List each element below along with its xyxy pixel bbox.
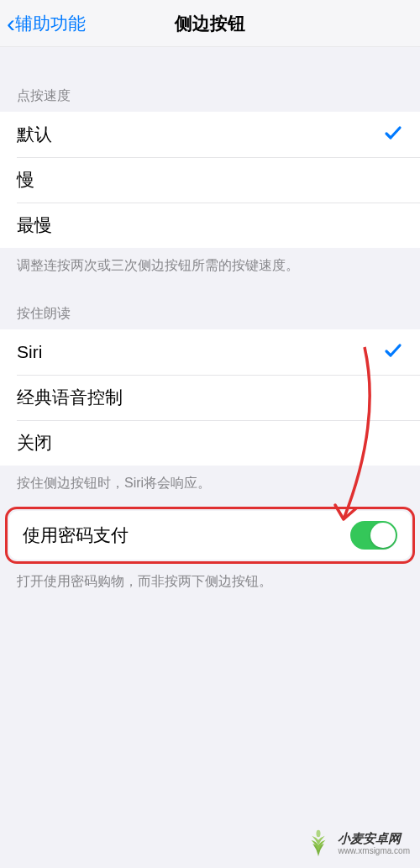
option-slow[interactable]: 慢 [0,157,420,203]
option-label: Siri [17,342,42,362]
option-off[interactable]: 关闭 [0,420,420,466]
option-slowest[interactable]: 最慢 [0,203,420,248]
page-title: 侧边按钮 [175,12,245,35]
chevron-left-icon: ‹ [7,11,15,36]
option-label: 经典语音控制 [17,386,123,409]
check-icon [383,340,403,365]
section-footer-click-speed: 调整连按两次或三次侧边按钮所需的按键速度。 [0,248,420,281]
option-default[interactable]: 默认 [0,112,420,157]
section-footer-payment: 打开使用密码购物，而非按两下侧边按钮。 [0,567,420,597]
svg-point-0 [317,830,321,838]
option-label: 关闭 [17,431,52,455]
passcode-payment-switch[interactable] [350,521,397,550]
watermark: 小麦安卓网 www.xmsigma.com [304,829,410,858]
back-button[interactable]: ‹ 辅助功能 [0,11,86,36]
navigation-header: ‹ 辅助功能 侧边按钮 [0,0,420,47]
option-label: 默认 [17,123,52,146]
passcode-payment-row[interactable]: 使用密码支付 [9,511,411,560]
section-footer-hold-speak: 按住侧边按钮时，Siri将会响应。 [0,466,420,499]
watermark-name: 小麦安卓网 [338,832,410,846]
section-header-click-speed: 点按速度 [0,64,420,112]
option-label: 慢 [17,168,34,192]
wheat-icon [304,829,333,858]
option-siri[interactable]: Siri [0,329,420,375]
option-classic-voice[interactable]: 经典语音控制 [0,375,420,420]
watermark-url: www.xmsigma.com [338,846,410,855]
section-header-hold-speak: 按住朗读 [0,281,420,329]
highlight-annotation: 使用密码支付 [5,507,415,564]
option-label: 最慢 [17,213,52,237]
back-label: 辅助功能 [15,12,86,35]
hold-speak-group: Siri 经典语音控制 关闭 [0,329,420,466]
check-icon [383,123,403,147]
passcode-payment-label: 使用密码支付 [23,523,129,547]
click-speed-group: 默认 慢 最慢 [0,112,420,248]
